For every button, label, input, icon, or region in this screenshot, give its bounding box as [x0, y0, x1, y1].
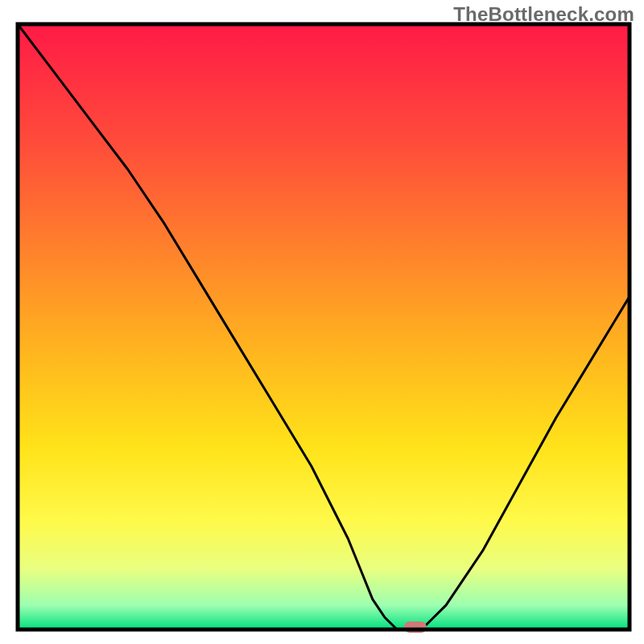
chart-container: TheBottleneck.com: [0, 0, 644, 644]
chart-background: [18, 24, 630, 630]
watermark-text: TheBottleneck.com: [453, 3, 634, 26]
bottleneck-chart: [0, 0, 644, 644]
